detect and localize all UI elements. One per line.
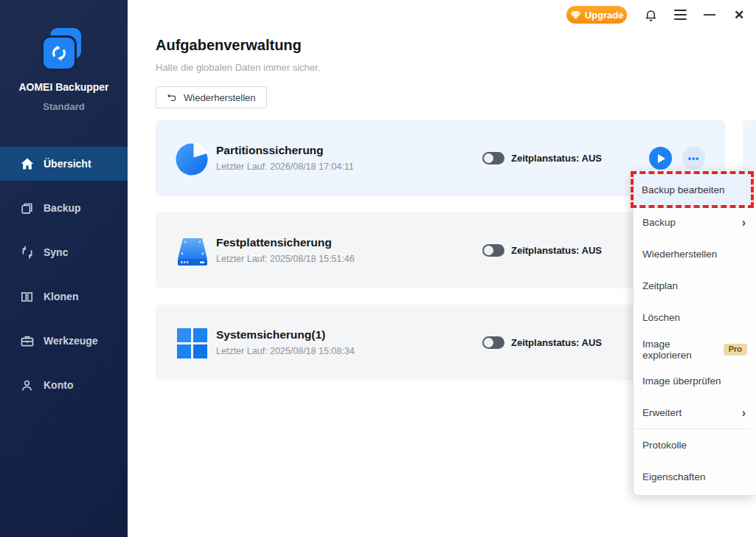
- menu-item-label: Protokolle: [642, 440, 687, 451]
- app-edition: Standard: [0, 101, 128, 112]
- logo-sync-icon: [41, 35, 77, 71]
- sidebar-nav: Übersicht Backup Sync: [0, 147, 128, 412]
- page-subtitle: Halte die globalen Daten immer sicher.: [156, 62, 320, 73]
- toggle-knob: [484, 153, 493, 163]
- task-last-run: Letzter Lauf: 2026/08/18 17:04:11: [216, 160, 354, 173]
- menu-hamburger-icon[interactable]: [671, 6, 689, 24]
- schedule-status-label: Zeitplanstatus: AUS: [511, 153, 602, 164]
- schedule-status-group: Zeitplanstatus: AUS: [482, 120, 602, 196]
- restore-arrow-icon: [167, 92, 178, 103]
- sidebar-item-uebersicht[interactable]: Übersicht: [0, 147, 128, 181]
- menu-item-label: Erweitert: [642, 407, 682, 418]
- upgrade-button[interactable]: Upgrade: [566, 6, 627, 24]
- menu-item-image-ueberpruefen[interactable]: Image überprüfen: [634, 365, 756, 397]
- sidebar-item-backup[interactable]: Backup: [0, 191, 128, 225]
- task-info: Partitionssicherung Letzter Lauf: 2026/0…: [216, 143, 354, 173]
- schedule-status-label: Zeitplanstatus: AUS: [511, 337, 602, 348]
- schedule-toggle[interactable]: [482, 336, 504, 349]
- menu-item-label: Image überprüfen: [642, 375, 721, 387]
- task-last-run: Letzter Lauf: 2025/08/18 15:51:46: [216, 252, 355, 266]
- menu-item-protokolle[interactable]: Protokolle: [634, 429, 756, 461]
- minimize-button[interactable]: —: [701, 6, 718, 24]
- play-icon: [658, 154, 665, 163]
- user-icon: [19, 378, 35, 393]
- app-logo: [0, 27, 128, 75]
- upgrade-label: Upgrade: [585, 10, 624, 21]
- toggle-knob: [484, 246, 493, 255]
- sidebar-item-label: Klonen: [44, 291, 78, 302]
- task-name: Systemsicherung(1): [216, 328, 355, 342]
- task-info: Systemsicherung(1) Letzter Lauf: 2025/08…: [216, 328, 355, 358]
- gem-icon: [570, 10, 581, 20]
- menu-item-image-explorieren[interactable]: Image explorieren Pro: [634, 333, 756, 365]
- task-name: Partitionssicherung: [216, 143, 354, 158]
- sidebar: AOMEI Backupper Standard Übersicht Backu…: [0, 0, 128, 537]
- sidebar-item-sync[interactable]: Sync: [0, 235, 128, 269]
- menu-item-backup[interactable]: Backup ›: [634, 207, 756, 238]
- sidebar-item-label: Backup: [44, 202, 81, 214]
- schedule-status-group: Zeitplanstatus: AUS: [482, 212, 602, 288]
- sidebar-item-label: Sync: [44, 246, 68, 258]
- close-button[interactable]: ✕: [730, 6, 748, 24]
- run-backup-button[interactable]: [649, 147, 672, 170]
- menu-item-label: Backup: [642, 217, 676, 228]
- schedule-status-label: Zeitplanstatus: AUS: [511, 245, 602, 256]
- app-name: AOMEI Backupper: [0, 81, 128, 93]
- sidebar-item-label: Übersicht: [44, 158, 91, 170]
- menu-item-label: Image explorieren: [642, 339, 716, 361]
- restore-button-label: Wiederherstellen: [184, 92, 256, 103]
- disk-icon: [173, 232, 212, 270]
- toolbox-icon: [19, 333, 35, 349]
- menu-item-erweitert[interactable]: Erweitert ›: [634, 397, 756, 429]
- menu-item-loeschen[interactable]: Löschen: [634, 302, 756, 333]
- menu-item-label: Backup bearbeiten: [642, 184, 725, 195]
- task-context-menu: Backup › Wiederherstellen Zeitplan Lösch…: [633, 170, 756, 496]
- more-options-button[interactable]: •••: [682, 147, 705, 170]
- sidebar-item-konto[interactable]: Konto: [0, 368, 128, 402]
- sync-icon: [19, 245, 35, 260]
- submenu-chevron-icon: ›: [742, 217, 746, 229]
- clone-icon: [19, 289, 35, 305]
- sidebar-item-label: Werkzeuge: [44, 335, 98, 347]
- menu-item-backup-bearbeiten-highlighted[interactable]: Backup bearbeiten: [631, 171, 754, 208]
- notification-bell-icon[interactable]: [642, 6, 659, 24]
- copy-icon: [19, 201, 35, 216]
- menu-item-wiederherstellen[interactable]: Wiederherstellen: [634, 238, 756, 270]
- menu-item-label: Löschen: [642, 312, 680, 323]
- pro-badge: Pro: [724, 344, 747, 356]
- restore-button[interactable]: Wiederherstellen: [156, 86, 267, 108]
- app-window: AOMEI Backupper Standard Übersicht Backu…: [0, 0, 756, 537]
- task-name: Festplattensicherung: [216, 235, 355, 250]
- menu-item-label: Zeitplan: [642, 280, 678, 291]
- menu-item-zeitplan[interactable]: Zeitplan: [634, 270, 756, 302]
- toggle-knob: [484, 338, 493, 347]
- task-info: Festplattensicherung Letzter Lauf: 2025/…: [216, 235, 355, 266]
- partition-pie-icon: [173, 139, 212, 178]
- sidebar-item-label: Konto: [44, 379, 73, 391]
- submenu-chevron-icon: ›: [742, 407, 746, 419]
- menu-item-label: Eigenschaften: [642, 471, 706, 482]
- windows-icon: [173, 324, 212, 362]
- schedule-status-group: Zeitplanstatus: AUS: [482, 305, 602, 381]
- menu-item-eigenschaften[interactable]: Eigenschaften: [634, 461, 756, 493]
- menu-item-label: Wiederherstellen: [642, 249, 717, 260]
- task-last-run: Letzter Lauf: 2025/08/18 15:08:34: [216, 344, 355, 358]
- home-icon: [19, 156, 35, 172]
- page-title: Aufgabenverwaltung: [156, 37, 302, 54]
- schedule-toggle[interactable]: [482, 244, 504, 257]
- sidebar-item-werkzeuge[interactable]: Werkzeuge: [0, 324, 128, 358]
- schedule-toggle[interactable]: [482, 152, 504, 164]
- sidebar-item-klonen[interactable]: Klonen: [0, 280, 128, 313]
